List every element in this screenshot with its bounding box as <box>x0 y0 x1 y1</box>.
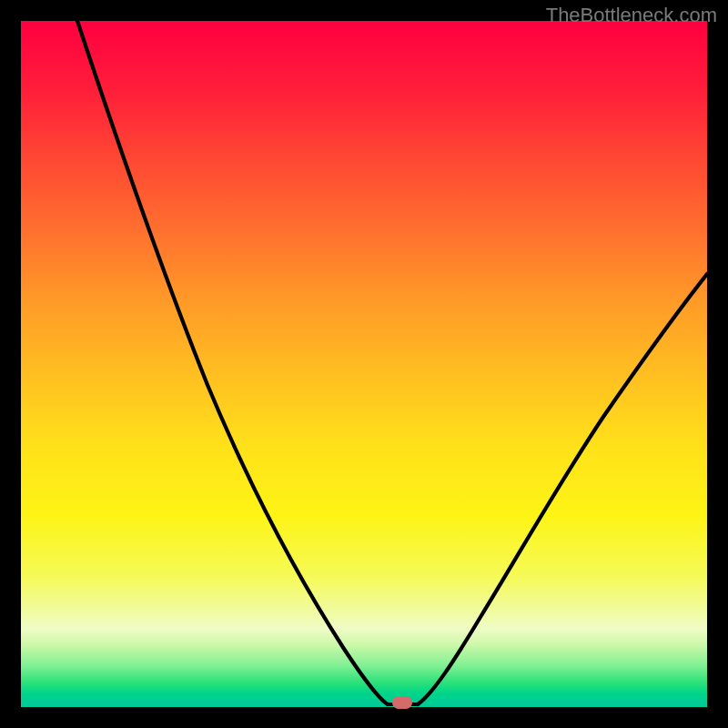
chart-frame: TheBottleneck.com <box>0 0 728 728</box>
plot-area <box>21 21 707 707</box>
min-marker <box>392 696 412 709</box>
bottleneck-curve <box>21 21 707 707</box>
curve-right <box>418 274 707 704</box>
curve-left <box>77 21 388 704</box>
attribution-text: TheBottleneck.com <box>546 4 717 27</box>
